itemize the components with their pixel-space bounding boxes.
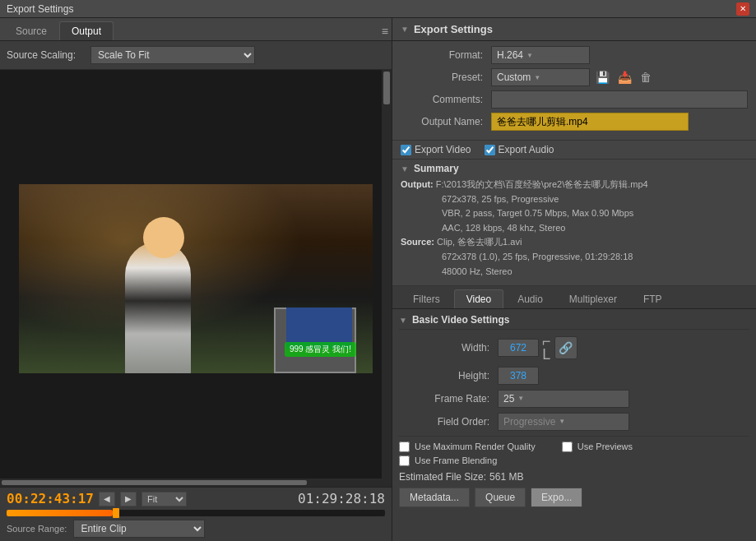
action-buttons-row: Metadata... Queue Expo... — [399, 488, 749, 507]
tab-multiplexer[interactable]: Multiplexer — [557, 289, 629, 308]
preview-hscrollbar[interactable] — [0, 479, 382, 487]
fit-select[interactable]: Fit 25% 50% 100% — [141, 492, 187, 506]
summary-section: ▼ Summary Output: F:\2013我的文档\百度经验\pre2\… — [392, 160, 756, 286]
max-render-label: Use Maximum Render Quality — [415, 442, 536, 451]
width-input[interactable] — [498, 339, 539, 357]
comments-row: Comments: — [401, 90, 748, 109]
tab-output[interactable]: Output — [59, 21, 114, 40]
tab-filters[interactable]: Filters — [401, 289, 452, 308]
export-button[interactable]: Expo... — [531, 488, 582, 507]
next-frame-button[interactable]: ▶ — [120, 492, 137, 506]
tab-source[interactable]: Source — [3, 21, 59, 40]
left-panel: Source Output ≡ Source Scaling: Scale To… — [0, 18, 392, 541]
height-label: Height: — [399, 370, 498, 381]
field-order-row: Field Order: Progressive ▼ — [399, 413, 749, 431]
timeline-controls: 00:22:43:17 ◀ ▶ Fit 25% 50% 100% 01:29:2… — [7, 491, 385, 506]
preset-dropdown-arrow: ▼ — [534, 74, 540, 81]
comments-label: Comments: — [401, 94, 491, 105]
source-range-label: Source Range: — [7, 524, 67, 534]
timeline-area: 00:22:43:17 ◀ ▶ Fit 25% 50% 100% 01:29:2… — [0, 487, 392, 541]
export-settings-title: Export Settings — [414, 23, 493, 35]
format-label: Format: — [401, 49, 491, 61]
preview-scrollbar[interactable] — [382, 70, 392, 487]
output-name-label: Output Name: — [401, 116, 491, 127]
summary-title: Summary — [414, 163, 459, 174]
format-value: H.264 — [497, 49, 523, 61]
source-path: Clip, 爸爸去哪儿1.avi — [437, 237, 522, 247]
summary-collapse-arrow[interactable]: ▼ — [401, 164, 409, 173]
frame-rate-row: Frame Rate: 25 ▼ — [399, 390, 749, 408]
format-dropdown[interactable]: H.264 ▼ — [491, 46, 590, 64]
preset-label: Preset: — [401, 72, 491, 83]
format-dropdown-arrow: ▼ — [526, 52, 533, 59]
field-order-dropdown[interactable]: Progressive ▼ — [498, 413, 629, 431]
preset-save-icon[interactable]: 💾 — [593, 71, 612, 84]
frame-rate-label: Frame Rate: — [399, 393, 498, 405]
progress-marker[interactable] — [113, 508, 119, 518]
frame-rate-arrow: ▼ — [517, 395, 524, 402]
right-panel: ▼ Export Settings Format: H.264 ▼ Preset… — [392, 18, 756, 541]
metadata-button[interactable]: Metadata... — [399, 488, 470, 507]
preset-dropdown[interactable]: Custom ▼ — [491, 68, 590, 86]
bottom-tabs: Filters Video Audio Multiplexer FTP — [392, 286, 756, 309]
frame-blending-row: Use Frame Blending — [399, 455, 749, 466]
tab-video[interactable]: Video — [454, 289, 503, 308]
max-render-checkbox[interactable] — [399, 442, 410, 452]
basic-video-title: Basic Video Settings — [412, 314, 509, 326]
output-name-row: Output Name: — [401, 113, 748, 131]
preview-area: 999 感冒灵 我们! — [0, 70, 392, 487]
preset-value: Custom — [497, 72, 531, 83]
export-settings-header: ▼ Export Settings — [392, 18, 756, 41]
height-input[interactable] — [498, 367, 539, 385]
export-video-checkbox[interactable] — [401, 145, 411, 155]
field-order-value: Progressive — [503, 416, 555, 428]
output-detail3: AAC, 128 kbps, 48 khz, Stereo — [401, 223, 565, 233]
export-video-check-item: Export Video — [401, 144, 471, 155]
dimension-bracket: ⌐ L — [542, 335, 551, 361]
basic-video-arrow[interactable]: ▼ — [399, 316, 407, 325]
left-tabs: Source Output ≡ — [0, 18, 392, 41]
export-video-label: Export Video — [415, 144, 471, 155]
source-detail2: 48000 Hz, Stereo — [401, 266, 513, 276]
frame-rate-value: 25 — [503, 393, 514, 405]
settings-content: Format: H.264 ▼ Preset: Custom ▼ 💾 — [392, 41, 756, 141]
export-audio-check-item: Export Audio — [485, 144, 554, 155]
main-container: Source Output ≡ Source Scaling: Scale To… — [0, 18, 756, 541]
output-path: F:\2013我的文档\百度经验\pre2\爸爸去哪儿剪辑.mp4 — [436, 179, 648, 189]
collapse-arrow[interactable]: ▼ — [401, 25, 409, 34]
source-scaling-select[interactable]: Scale To Fit Stretch To Fill — [90, 46, 255, 64]
window-title: Export Settings — [7, 3, 73, 15]
format-row: Format: H.264 ▼ — [401, 46, 748, 64]
output-detail2: VBR, 2 pass, Target 0.75 Mbps, Max 0.90 … — [401, 208, 633, 218]
use-previews-checkbox[interactable] — [562, 442, 573, 452]
export-audio-label: Export Audio — [499, 144, 554, 155]
source-range-select[interactable]: Entire Clip Work Area — [73, 520, 205, 538]
prev-frame-button[interactable]: ◀ — [99, 492, 115, 506]
file-size-value: 561 MB — [489, 471, 523, 483]
output-name-input[interactable] — [491, 113, 689, 131]
field-order-label: Field Order: — [399, 416, 498, 428]
tabs-more-icon[interactable]: ≡ — [382, 25, 388, 38]
field-order-arrow: ▼ — [559, 418, 565, 425]
preset-control: Custom ▼ 💾 📥 🗑 — [491, 68, 748, 86]
export-checks: Export Video Export Audio — [392, 141, 756, 160]
export-audio-checkbox[interactable] — [485, 145, 495, 155]
width-row: Width: ⌐ L 🔗 — [399, 335, 749, 361]
preset-import-icon[interactable]: 📥 — [615, 71, 634, 84]
render-options: Use Maximum Render Quality Use Previews … — [399, 436, 749, 511]
frame-rate-dropdown[interactable]: 25 ▼ — [498, 390, 629, 408]
progress-bar[interactable] — [7, 510, 385, 516]
source-scaling-row: Source Scaling: Scale To Fit Stretch To … — [0, 41, 392, 70]
progress-fill — [7, 510, 113, 516]
tab-audio[interactable]: Audio — [505, 289, 555, 308]
queue-button[interactable]: Queue — [475, 488, 526, 507]
preset-delete-icon[interactable]: 🗑 — [638, 71, 654, 84]
video-settings-scroll[interactable]: ▼ Basic Video Settings Width: ⌐ L 🔗 Heig… — [392, 309, 756, 541]
summary-body: Output: F:\2013我的文档\百度经验\pre2\爸爸去哪儿剪辑.mp… — [401, 178, 748, 279]
comments-input[interactable] — [491, 90, 748, 109]
tab-ftp[interactable]: FTP — [631, 289, 675, 308]
video-settings-wrapper: ▼ Basic Video Settings Width: ⌐ L 🔗 Heig… — [392, 309, 756, 541]
link-dimensions-button[interactable]: 🔗 — [554, 336, 577, 359]
frame-blending-checkbox[interactable] — [399, 455, 410, 466]
close-button[interactable]: ✕ — [736, 2, 749, 16]
